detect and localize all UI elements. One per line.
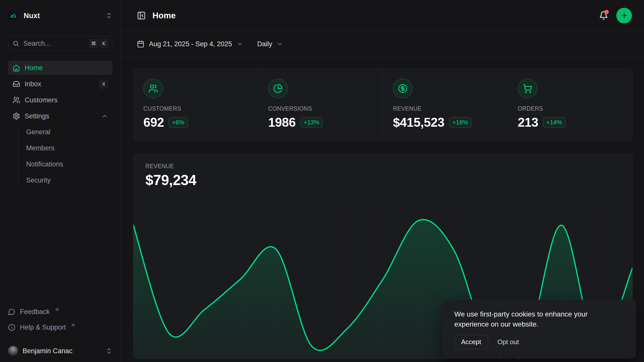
stat-card-revenue: REVENUE$415,523+18% bbox=[383, 69, 508, 141]
workspace-switcher[interactable]: Nuxt bbox=[8, 10, 112, 21]
kbd-command: ⌘ bbox=[89, 39, 98, 48]
stat-value: 1986 bbox=[268, 115, 296, 130]
nav-label: Settings bbox=[25, 112, 49, 120]
stat-delta-badge: +6% bbox=[169, 117, 188, 128]
header-actions bbox=[599, 8, 632, 23]
search-input[interactable]: Search... ⌘ K bbox=[8, 36, 112, 51]
home-icon bbox=[13, 64, 20, 72]
revenue-label: REVENUE bbox=[145, 163, 620, 170]
feedback-label: Feedback bbox=[20, 308, 50, 316]
plus-icon bbox=[620, 12, 628, 20]
kbd-k: K bbox=[100, 39, 108, 48]
notifications-button[interactable] bbox=[599, 11, 608, 20]
pie-chart-icon bbox=[268, 79, 288, 98]
chevron-down-icon bbox=[236, 41, 243, 47]
stat-card-orders: ORDERS213+14% bbox=[508, 69, 632, 141]
stat-value: $415,523 bbox=[393, 115, 445, 130]
accept-cookies-button[interactable]: Accept bbox=[454, 335, 488, 349]
sidebar-subitem-notifications[interactable]: Notifications bbox=[26, 157, 112, 171]
stat-value: 213 bbox=[518, 115, 538, 130]
granularity-value: Daily bbox=[257, 40, 272, 48]
sidebar-subitem-security[interactable]: Security bbox=[26, 173, 112, 187]
arrow-up-right-icon bbox=[54, 309, 59, 314]
notification-dot bbox=[604, 10, 609, 14]
stat-delta-badge: +13% bbox=[300, 117, 323, 128]
stat-label: CUSTOMERS bbox=[143, 105, 248, 112]
sidebar-footer: Feedback Help & Support bbox=[8, 305, 112, 336]
date-range-picker[interactable]: Aug 21, 2025 - Sep 4, 2025 bbox=[137, 40, 243, 48]
optout-cookies-button[interactable]: Opt out bbox=[498, 338, 519, 346]
chevron-down-icon bbox=[277, 41, 283, 47]
stat-label: ORDERS bbox=[518, 105, 622, 112]
stats-row: CUSTOMERS692+6%CONVERSIONS1986+13%REVENU… bbox=[133, 69, 633, 141]
stat-card-conversions: CONVERSIONS1986+13% bbox=[258, 69, 383, 141]
sidebar-item-home[interactable]: Home bbox=[8, 61, 112, 75]
collapse-sidebar-button[interactable] bbox=[137, 11, 146, 20]
search-shortcut: ⌘ K bbox=[89, 39, 108, 48]
inbox-icon bbox=[13, 80, 20, 88]
settings-subnav: GeneralMembersNotificationsSecurity bbox=[18, 125, 112, 187]
chevrons-up-down-icon bbox=[105, 347, 112, 354]
nav-label: Home bbox=[25, 64, 43, 72]
brand-name: Nuxt bbox=[24, 12, 40, 20]
cart-icon bbox=[518, 79, 537, 98]
stat-delta-badge: +14% bbox=[543, 117, 566, 128]
chevron-up-icon bbox=[101, 113, 108, 119]
inbox-count-badge: 4 bbox=[99, 80, 108, 88]
dollar-circle-icon bbox=[393, 79, 413, 98]
info-icon bbox=[8, 324, 15, 331]
add-button[interactable] bbox=[616, 8, 632, 23]
stat-label: CONVERSIONS bbox=[268, 105, 373, 112]
revenue-value: $79,234 bbox=[145, 172, 620, 188]
date-range-value: Aug 21, 2025 - Sep 4, 2025 bbox=[149, 40, 232, 48]
users-icon bbox=[13, 96, 20, 104]
search-placeholder: Search... bbox=[23, 40, 51, 48]
search-icon bbox=[12, 40, 19, 47]
granularity-select[interactable]: Daily bbox=[257, 40, 283, 48]
sidebar-item-customers[interactable]: Customers bbox=[8, 93, 112, 107]
sidebar-item-inbox[interactable]: Inbox4 bbox=[8, 77, 112, 91]
help-support-link[interactable]: Help & Support bbox=[8, 321, 112, 334]
stat-delta-badge: +18% bbox=[449, 117, 472, 128]
stat-label: REVENUE bbox=[393, 105, 497, 112]
help-support-label: Help & Support bbox=[20, 324, 66, 331]
calendar-icon bbox=[137, 40, 144, 48]
nuxt-logo-icon bbox=[8, 10, 19, 21]
arrow-up-right-icon bbox=[70, 325, 75, 330]
stat-value: 692 bbox=[143, 115, 164, 130]
sidebar-nav: HomeInbox4CustomersSettingsGeneralMember… bbox=[8, 61, 112, 190]
settings-icon bbox=[13, 112, 20, 120]
stat-card-customers: CUSTOMERS692+6% bbox=[133, 69, 258, 141]
page-title: Home bbox=[152, 11, 176, 20]
cookie-actions: Accept Opt out bbox=[454, 335, 624, 349]
filter-bar: Aug 21, 2025 - Sep 4, 2025 Daily bbox=[121, 31, 644, 57]
message-icon bbox=[8, 308, 15, 315]
nav-label: Inbox bbox=[25, 80, 41, 88]
user-menu[interactable]: Benjamin Canac bbox=[8, 339, 112, 356]
sidebar-subitem-members[interactable]: Members bbox=[26, 141, 112, 155]
revenue-card-header: REVENUE $79,234 bbox=[133, 154, 632, 188]
users-icon bbox=[143, 79, 163, 98]
cookie-message: We use first-party cookies to enhance yo… bbox=[454, 309, 624, 329]
user-avatar bbox=[8, 346, 18, 356]
feedback-link[interactable]: Feedback bbox=[8, 305, 112, 319]
sidebar-item-settings[interactable]: Settings bbox=[8, 109, 112, 123]
page-header: Home bbox=[121, 0, 644, 31]
cookie-banner: We use first-party cookies to enhance yo… bbox=[442, 300, 636, 358]
sidebar-subitem-general[interactable]: General bbox=[26, 125, 112, 139]
user-name: Benjamin Canac bbox=[23, 347, 72, 355]
chevrons-up-down-icon bbox=[105, 12, 112, 19]
sidebar: Nuxt Search... ⌘ K HomeInbox4CustomersSe… bbox=[0, 0, 121, 362]
nav-label: Customers bbox=[25, 96, 58, 104]
